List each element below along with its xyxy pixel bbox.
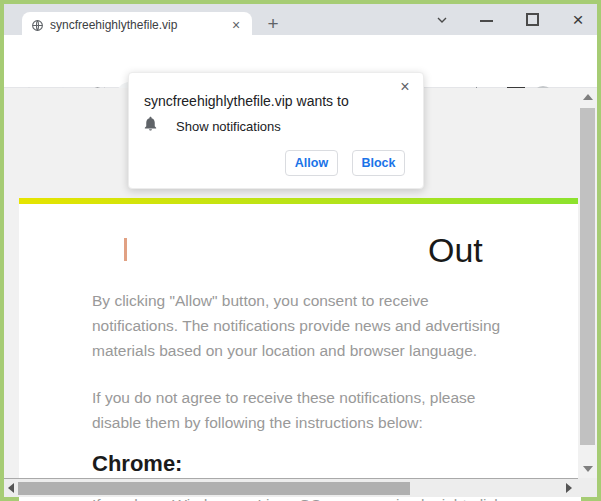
chevron-down-icon[interactable] [434, 12, 450, 28]
maximize-icon[interactable] [526, 13, 539, 26]
allow-button[interactable]: Allow [285, 150, 338, 176]
accent-gradient-line [19, 198, 581, 204]
scroll-down-icon[interactable] [583, 466, 593, 472]
paragraph-disagree: If you do not agree to receive these not… [92, 385, 522, 435]
window-close-icon[interactable]: × [567, 7, 589, 33]
scroll-left-icon[interactable] [8, 483, 14, 493]
block-button[interactable]: Block [352, 150, 405, 176]
vertical-scrollbar[interactable] [578, 88, 597, 478]
scroll-up-icon[interactable] [583, 94, 593, 100]
permission-label: Show notifications [176, 119, 281, 134]
new-tab-icon[interactable]: + [262, 13, 284, 35]
globe-favicon-icon [31, 19, 44, 32]
bell-icon [142, 115, 159, 132]
tab-bar: syncfreehighlythefile.vip × + × [4, 4, 597, 35]
paragraph-consent: By clicking "Allow" button, you consent … [92, 288, 522, 363]
subheading-chrome: Chrome: [92, 451, 182, 477]
page-heading-fragment: Out [428, 231, 483, 270]
minimize-icon[interactable] [480, 20, 493, 22]
horizontal-scrollbar[interactable] [4, 478, 578, 497]
dialog-title: syncfreehighlythefile.vip wants to [144, 93, 349, 109]
horizontal-scroll-thumb[interactable] [18, 482, 410, 495]
scroll-right-icon[interactable] [566, 483, 572, 493]
browser-window-frame: syncfreehighlythefile.vip × + × [0, 0, 601, 501]
notification-permission-dialog: syncfreehighlythefile.vip wants to × Sho… [128, 72, 424, 189]
scrollbar-corner [578, 478, 597, 497]
vertical-scroll-thumb[interactable] [580, 108, 595, 445]
dialog-close-icon[interactable]: × [396, 78, 414, 96]
page-card: Out By clicking "Allow" button, you cons… [19, 198, 581, 501]
hidden-heading-fragment-mark [124, 238, 127, 261]
tab-close-icon[interactable]: × [228, 17, 244, 33]
